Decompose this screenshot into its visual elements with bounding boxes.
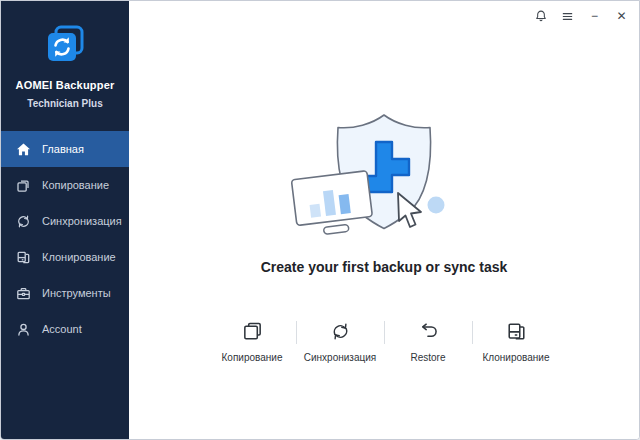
sidebar-item-label: Синхронизация: [42, 215, 122, 227]
sidebar-item-label: Клонирование: [42, 251, 116, 263]
quick-actions-row: Копирование Синхронизация: [209, 319, 560, 363]
action-label: Restore: [410, 352, 445, 363]
home-content: Create your first backup or sync task Ко…: [129, 31, 639, 439]
action-clone[interactable]: Клонирование: [473, 319, 560, 363]
account-icon: [16, 322, 31, 337]
action-label: Синхронизация: [304, 352, 376, 363]
home-icon: [16, 142, 31, 157]
clone-icon: [16, 250, 31, 265]
restore-icon: [417, 319, 440, 343]
minimize-icon[interactable]: −: [586, 8, 603, 25]
notification-bell-icon[interactable]: [532, 8, 549, 25]
backup-icon: [241, 319, 264, 343]
sidebar-item-sync[interactable]: Синхронизация: [1, 203, 129, 239]
action-label: Клонирование: [483, 352, 550, 363]
monitor-chart-icon: [291, 171, 374, 238]
app-logo-sync-arrows-icon: [44, 23, 86, 69]
sidebar-item-clone[interactable]: Клонирование: [1, 239, 129, 275]
sync-icon: [16, 214, 31, 229]
menu-icon[interactable]: [559, 8, 576, 25]
sidebar-item-tools[interactable]: Инструменты: [1, 275, 129, 311]
clone-icon: [505, 319, 528, 343]
sidebar-item-label: Account: [42, 323, 82, 335]
app-window: AOMEI Backupper Technician Plus Главная: [0, 0, 640, 440]
titlebar: − ✕: [129, 1, 639, 31]
sidebar-item-label: Главная: [42, 143, 84, 155]
action-restore[interactable]: Restore: [385, 319, 472, 363]
sidebar-item-backup[interactable]: Копирование: [1, 167, 129, 203]
sidebar-item-label: Копирование: [42, 179, 109, 191]
sidebar: AOMEI Backupper Technician Plus Главная: [1, 1, 129, 439]
action-sync[interactable]: Синхронизация: [297, 319, 384, 363]
tools-icon: [16, 286, 31, 301]
app-title: AOMEI Backupper: [16, 79, 115, 91]
sidebar-item-label: Инструменты: [42, 287, 111, 299]
close-icon[interactable]: ✕: [613, 8, 630, 25]
shield-plus-illustration: [278, 109, 490, 245]
main-area: − ✕: [129, 1, 639, 439]
empty-state-headline: Create your first backup or sync task: [261, 259, 508, 275]
action-backup[interactable]: Копирование: [209, 319, 296, 363]
action-label: Копирование: [222, 352, 283, 363]
app-edition: Technician Plus: [27, 98, 102, 109]
backup-icon: [16, 178, 31, 193]
sidebar-nav: Главная Копирование: [1, 131, 129, 347]
logo-block: AOMEI Backupper Technician Plus: [1, 1, 129, 109]
sidebar-item-account[interactable]: Account: [1, 311, 129, 347]
sync-icon: [329, 319, 352, 343]
sidebar-item-home[interactable]: Главная: [1, 131, 129, 167]
